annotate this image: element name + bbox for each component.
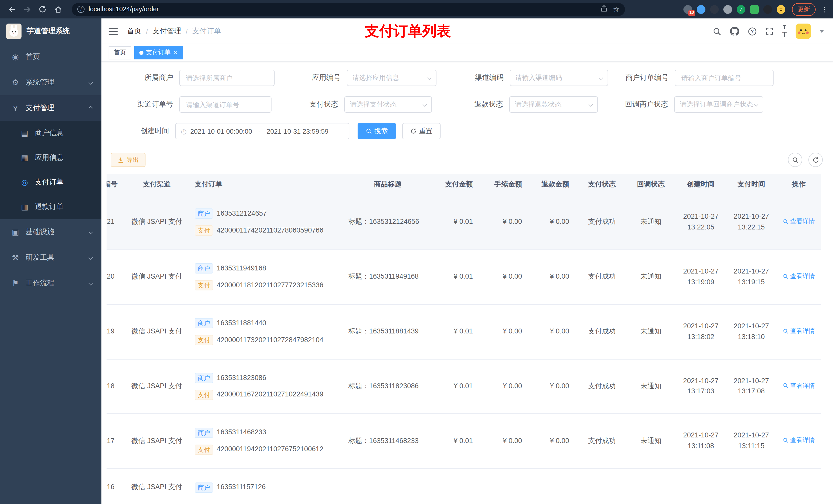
share-icon[interactable]	[601, 4, 608, 14]
browser-nav	[5, 3, 65, 16]
pay-amount: ¥ 0.01	[454, 437, 473, 445]
view-detail-link[interactable]: 查看详情	[783, 217, 815, 226]
search-icon	[792, 157, 799, 163]
submenu-payment: ▤商户信息▦应用信息◎支付订单▥退款订单	[0, 121, 101, 219]
cell-refund: ¥ 0.00	[530, 195, 577, 250]
app-grid-icon: ▦	[20, 153, 30, 162]
help-icon[interactable]: ?	[748, 27, 757, 35]
reload-icon[interactable]	[36, 3, 49, 16]
sidebar-item-pay-order[interactable]: ◎支付订单	[0, 170, 101, 195]
extension-chat-icon[interactable]	[750, 5, 759, 14]
cell-action: 查看详情	[776, 195, 821, 250]
cell-order: 商户1635311881440支付42000011732021102728479…	[191, 304, 344, 359]
goods-title: 标题：1635311823086	[348, 382, 419, 390]
cell-order: 商户1635311949168支付42000011812021102777232…	[191, 250, 344, 305]
github-icon[interactable]	[730, 27, 739, 36]
merchant-order-no: 1635311881440	[217, 318, 266, 329]
browser-menu-icon[interactable]: ⋮	[821, 5, 828, 13]
tag-merchant: 商户	[195, 428, 213, 438]
sidebar-item-workflow[interactable]: ⚑工作流程	[0, 270, 101, 296]
date-range-input[interactable]: ◷2021-10-01 00:00:00-2021-10-31 23:59:59	[175, 123, 349, 139]
order-no: 17	[107, 437, 115, 445]
home-icon[interactable]	[51, 3, 65, 16]
sidebar-item-app-info[interactable]: ▦应用信息	[0, 145, 101, 170]
sidebar-item-dev-tools[interactable]: ⚒研发工具	[0, 245, 101, 270]
cell-status: 支付成功	[577, 195, 626, 250]
pay-clock: 13:17:08	[731, 386, 772, 397]
user-avatar[interactable]	[795, 24, 811, 39]
clock-icon: ◷	[181, 127, 187, 135]
filter-select[interactable]: 请选择订单回调商户状态	[674, 96, 763, 113]
pay-order-no: 4200001174202110278060590766	[217, 225, 323, 236]
cell-channel: 微信 JSAPI 支付	[123, 469, 191, 504]
filter-select[interactable]: 请输入渠道编码	[510, 70, 608, 86]
cell-title	[344, 469, 431, 504]
filter-input[interactable]	[179, 96, 271, 113]
cell-amount: ¥ 0.01	[431, 250, 481, 305]
sidebar-item-system[interactable]: ⚙系统管理	[0, 70, 101, 95]
view-detail-link[interactable]: 查看详情	[783, 326, 815, 336]
cell-fee: ¥ 0.00	[481, 195, 530, 250]
update-button[interactable]: 更新	[792, 3, 815, 16]
tab-active-dot	[139, 50, 143, 54]
tab-label: 首页	[114, 48, 126, 57]
filter-input[interactable]	[179, 70, 275, 86]
cell-title: 标题：1635312124656	[344, 195, 431, 250]
extension-pin-icon[interactable]	[763, 5, 772, 14]
table-header-row: 编号支付渠道支付订单商品标题支付金额手续金额退款金额支付状态回调状态创建时间支付…	[106, 174, 821, 195]
extensions-puzzle-icon[interactable]: 10	[684, 5, 692, 14]
extension-face-icon[interactable]	[777, 5, 785, 14]
cell-pay-time: 2021-10-2713:22:15	[727, 195, 776, 250]
breadcrumb-item[interactable]: 支付订单	[192, 27, 221, 36]
sidebar-item-payment[interactable]: ¥支付管理	[0, 95, 101, 121]
cell-create-time: 2021-10-2713:19:09	[675, 250, 727, 305]
pay-channel: 微信 JSAPI 支付	[132, 382, 182, 390]
filter-select[interactable]: 请选择应用信息	[347, 70, 436, 86]
filter-label: 回调商户状态	[598, 100, 674, 109]
filter-label: 商户订单编号	[608, 73, 675, 82]
search-icon[interactable]	[713, 27, 721, 35]
tab-close-icon[interactable]: ×	[174, 49, 177, 56]
view-detail-link[interactable]: 查看详情	[783, 381, 815, 390]
cell-amount: ¥ 0.01	[431, 414, 481, 469]
search-button[interactable]: 搜索	[358, 123, 396, 139]
cell-amount	[431, 469, 481, 504]
fullscreen-icon[interactable]	[765, 27, 774, 35]
col-no: 编号	[106, 174, 123, 195]
view-detail-link[interactable]: 查看详情	[783, 271, 815, 281]
chevron-down-icon	[427, 76, 432, 80]
font-size-icon[interactable]: TT	[782, 25, 787, 38]
breadcrumb-item[interactable]: 支付管理	[152, 27, 181, 36]
pay-date: 2021-10-27	[731, 212, 772, 222]
bookmark-icon[interactable]: ☆	[613, 5, 619, 13]
hamburger-icon[interactable]	[109, 26, 118, 37]
refresh-table-button[interactable]	[808, 153, 823, 167]
sidebar-item-merchant-info[interactable]: ▤商户信息	[0, 121, 101, 145]
filter-select[interactable]: 请选择退款状态	[509, 96, 598, 113]
sidebar-item-infrastructure[interactable]: ▣基础设施	[0, 219, 101, 245]
export-button[interactable]: 导出	[111, 153, 145, 167]
extension-blue-icon[interactable]	[697, 5, 706, 14]
sidebar-item-refund-order[interactable]: ▥退款订单	[0, 195, 101, 219]
url-bar[interactable]: i localhost:1024/pay/order ☆	[72, 3, 625, 16]
toggle-search-button[interactable]	[788, 153, 802, 167]
chevron-down-icon[interactable]	[820, 30, 824, 32]
view-detail-link[interactable]: 查看详情	[783, 436, 815, 445]
reset-button[interactable]: 重置	[402, 123, 441, 139]
back-icon[interactable]	[5, 3, 19, 16]
filter-input[interactable]	[675, 70, 774, 86]
extension-gray-icon[interactable]	[723, 5, 732, 14]
tab-pay-order[interactable]: 支付订单×	[134, 46, 183, 59]
breadcrumb-item[interactable]: 首页	[127, 27, 141, 36]
tab-home[interactable]: 首页	[109, 46, 131, 59]
col-action: 操作	[776, 174, 821, 195]
workflow-icon: ⚑	[10, 279, 21, 288]
sidebar-item-label: 首页	[26, 52, 94, 62]
create-date: 2021-10-27	[679, 376, 722, 386]
extension-check-icon[interactable]: ✓	[737, 5, 745, 14]
extension-dark-icon[interactable]	[710, 5, 719, 14]
filter-select[interactable]: 请选择支付状态	[344, 96, 432, 113]
site-info-icon[interactable]: i	[77, 6, 85, 13]
sidebar-item-home[interactable]: ◉首页	[0, 44, 101, 70]
forward-icon[interactable]	[21, 3, 34, 16]
